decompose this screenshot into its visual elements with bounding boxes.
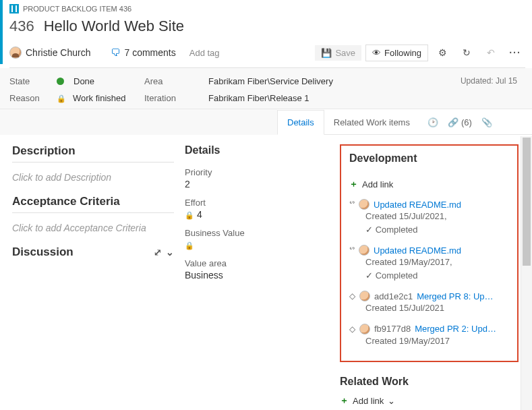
link-icon: 🔗 — [448, 117, 459, 127]
work-item-id: 436 — [9, 18, 34, 35]
updated-timestamp: Updated: Jul 15 — [461, 76, 517, 86]
author-avatar — [359, 199, 370, 210]
comments-icon: 🗨 — [111, 47, 120, 58]
work-item-type-icon — [9, 4, 19, 13]
chevron-down-icon[interactable]: ⌄ — [166, 247, 174, 258]
development-section: Development ＋Add link ᔥUpdated README.md… — [340, 144, 519, 362]
value-area-label: Value area — [185, 258, 329, 268]
follow-button[interactable]: 👁 Following — [365, 45, 428, 61]
assignee-avatar[interactable] — [9, 47, 22, 59]
acceptance-header: Acceptance Criteria — [12, 195, 174, 213]
iteration-value[interactable]: Fabrikam Fiber\Release 1 — [208, 93, 309, 103]
lock-icon — [57, 93, 66, 103]
tab-related-work-items[interactable]: Related Work items — [324, 109, 419, 134]
state-label: State — [9, 76, 50, 86]
assignee-name[interactable]: Christie Church — [26, 47, 90, 58]
tab-details[interactable]: Details — [277, 110, 324, 135]
iteration-label: Iteration — [144, 93, 176, 103]
add-tag-button[interactable]: Add tag — [189, 48, 220, 58]
pull-request-icon: ᔥ — [349, 200, 355, 210]
undo-icon: ↶ — [487, 47, 495, 58]
work-item-title[interactable]: Hello World Web Site — [44, 18, 184, 35]
tab-links[interactable]: 🔗(6) — [446, 109, 473, 134]
more-actions-button[interactable]: ··· — [505, 43, 525, 62]
description-header: Description — [12, 144, 174, 163]
undo-button[interactable]: ↶ — [481, 43, 501, 62]
details-header: Details — [185, 144, 329, 160]
settings-button[interactable]: ⚙ — [432, 43, 452, 62]
development-add-link[interactable]: ＋Add link — [349, 175, 509, 196]
related-add-link[interactable]: ＋Add link ⌄ — [340, 392, 519, 407]
dev-link-item[interactable]: ◇fb9177d8 Merged PR 2: Upd… Created 19/M… — [349, 320, 509, 353]
tab-attachments[interactable]: 📎 — [473, 109, 500, 134]
commit-icon: ◇ — [349, 291, 355, 301]
attachment-icon: 📎 — [481, 117, 492, 127]
priority-label: Priority — [185, 167, 329, 177]
expand-icon[interactable]: ⤢ — [154, 247, 162, 258]
dev-link-item[interactable]: ᔥUpdated README.md Created 19/May/2017, … — [349, 241, 509, 287]
lock-icon — [185, 239, 194, 250]
tab-history[interactable]: 🕑 — [419, 109, 446, 134]
commit-icon: ◇ — [349, 324, 355, 334]
value-area-value[interactable]: Business — [185, 268, 329, 285]
author-avatar — [359, 245, 370, 256]
related-work-header: Related Work — [340, 372, 519, 392]
refresh-icon: ↻ — [463, 47, 471, 58]
reason-label: Reason — [9, 93, 50, 103]
breadcrumb: PRODUCT BACKLOG ITEM 436 — [23, 5, 131, 13]
gear-icon: ⚙ — [438, 47, 447, 58]
discussion-header: Discussion — [12, 245, 73, 259]
business-value-value[interactable] — [185, 238, 329, 254]
state-dot-icon — [57, 78, 64, 85]
business-value-label: Business Value — [185, 228, 329, 238]
eye-icon: 👁 — [372, 48, 381, 58]
author-avatar — [359, 324, 370, 334]
description-input[interactable]: Click to add Description — [12, 169, 174, 195]
development-header: Development — [349, 152, 509, 169]
reason-value[interactable]: Work finished — [73, 93, 126, 103]
priority-value[interactable]: 2 — [185, 177, 329, 194]
save-icon: 💾 — [321, 48, 332, 58]
pull-request-icon: ᔥ — [349, 245, 355, 256]
plus-icon: ＋ — [349, 178, 358, 190]
effort-value[interactable]: 4 — [185, 208, 329, 224]
area-label: Area — [144, 76, 162, 86]
dev-link-item[interactable]: ᔥUpdated README.md Created 15/Jul/2021, … — [349, 196, 509, 241]
scrollbar[interactable] — [521, 136, 532, 410]
save-button: 💾 Save — [315, 45, 361, 61]
author-avatar — [359, 291, 370, 301]
history-icon: 🕑 — [427, 117, 438, 127]
acceptance-input[interactable]: Click to add Acceptance Criteria — [12, 220, 174, 245]
effort-label: Effort — [185, 198, 329, 208]
area-value[interactable]: Fabrikam Fiber\Service Delivery — [208, 76, 333, 86]
dev-link-item[interactable]: ◇add1e2c1 Merged PR 8: Up… Created 15/Ju… — [349, 287, 509, 320]
comments-count[interactable]: 7 comments — [124, 47, 175, 58]
refresh-button[interactable]: ↻ — [456, 43, 477, 62]
state-value[interactable]: Done — [73, 76, 94, 86]
plus-icon: ＋ — [340, 394, 349, 407]
chevron-down-icon: ⌄ — [388, 396, 395, 406]
kebab-icon: ··· — [509, 47, 521, 58]
lock-icon — [185, 209, 194, 220]
